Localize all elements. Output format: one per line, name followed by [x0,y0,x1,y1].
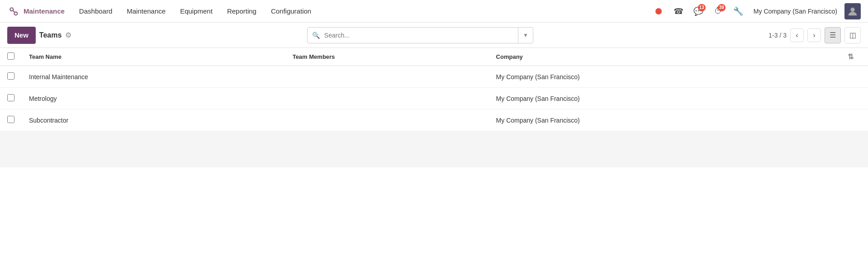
svg-point-4 [850,7,854,11]
search-input[interactable] [324,32,518,39]
col-header-team-name: Team Name [22,48,285,66]
search-area: 🔍 ▼ [75,27,765,43]
chat-badge: 13 [698,4,706,11]
app-title: Maintenance [24,7,65,15]
select-all-checkbox[interactable] [7,52,14,60]
nav-dashboard[interactable]: Dashboard [72,0,119,23]
table-body: Internal Maintenance My Company (San Fra… [0,66,868,131]
table-row[interactable]: Metrology My Company (San Francisco) [0,88,868,109]
nav-reporting[interactable]: Reporting [220,0,264,23]
table-header: Team Name Team Members Company ⇅ [0,48,868,66]
chat-btn[interactable]: 💬 13 [690,3,707,19]
row-checkbox-2[interactable] [7,94,14,101]
team-name-cell[interactable]: Metrology [22,88,285,109]
nav-configuration[interactable]: Configuration [264,0,318,23]
table-row[interactable]: Subcontractor My Company (San Francisco) [0,109,868,131]
settings-gear-icon[interactable]: ⚙ [65,31,71,39]
nav-links: Dashboard Maintenance Equipment Reportin… [72,0,650,23]
row-checkbox-3[interactable] [7,116,14,123]
nav-right: ☎ 💬 13 ⏱ 39 🔧 My Company (San Francisco) [650,3,861,19]
page-title: Teams [39,31,62,39]
red-dot-icon [655,8,662,14]
team-name-cell[interactable]: Internal Maintenance [22,66,285,88]
bottom-area [0,131,868,167]
kanban-view-button[interactable]: ◫ [844,27,861,43]
nav-maintenance[interactable]: Maintenance [119,0,173,23]
company-name[interactable]: My Company (San Francisco) [750,8,841,15]
teams-table: Team Name Team Members Company ⇅ Interna… [0,48,868,131]
table-row[interactable]: Internal Maintenance My Company (San Fra… [0,66,868,88]
col-header-company: Company [489,48,840,66]
row-checkbox-1[interactable] [7,72,14,80]
company-cell: My Company (San Francisco) [489,88,840,109]
clock-btn[interactable]: ⏱ 39 [710,3,726,19]
secondary-toolbar: New Teams ⚙ 🔍 ▼ 1-3 / 3 ‹ › ☰ ◫ [0,23,868,48]
new-button[interactable]: New [7,27,36,44]
team-name-cell[interactable]: Subcontractor [22,109,285,131]
debug-btn[interactable]: 🔧 [730,3,746,19]
search-dropdown-button[interactable]: ▼ [518,28,533,43]
col-header-team-members: Team Members [285,48,489,66]
svg-point-1 [14,12,17,15]
list-view-button[interactable]: ☰ [825,27,841,43]
user-avatar[interactable] [844,3,861,19]
app-logo[interactable]: Maintenance [7,5,65,18]
pagination-next-button[interactable]: › [807,28,821,42]
phone-icon: ☎ [674,6,683,16]
pagination-prev-button[interactable]: ‹ [790,28,804,42]
team-members-cell [285,66,489,88]
page-title-area: Teams ⚙ [39,31,72,39]
kanban-view-icon: ◫ [849,31,856,39]
column-adjust-icon[interactable]: ⇅ [848,53,861,61]
wrench-icon: 🔧 [733,6,743,16]
top-nav: Maintenance Dashboard Maintenance Equipm… [0,0,868,23]
search-icon: 🔍 [308,32,324,39]
nav-equipment[interactable]: Equipment [173,0,220,23]
company-cell: My Company (San Francisco) [489,66,840,88]
phone-btn[interactable]: ☎ [670,3,687,19]
notification-dot-btn[interactable] [650,3,667,19]
list-view-icon: ☰ [830,31,836,39]
team-members-cell [285,109,489,131]
clock-badge: 39 [718,4,726,11]
table-area: Team Name Team Members Company ⇅ Interna… [0,48,868,131]
company-cell: My Company (San Francisco) [489,109,840,131]
svg-line-2 [13,10,14,12]
team-members-cell [285,88,489,109]
pagination-area: 1-3 / 3 ‹ › ☰ ◫ [768,27,861,43]
search-wrapper: 🔍 ▼ [307,27,533,43]
pagination-count: 1-3 / 3 [768,32,787,39]
